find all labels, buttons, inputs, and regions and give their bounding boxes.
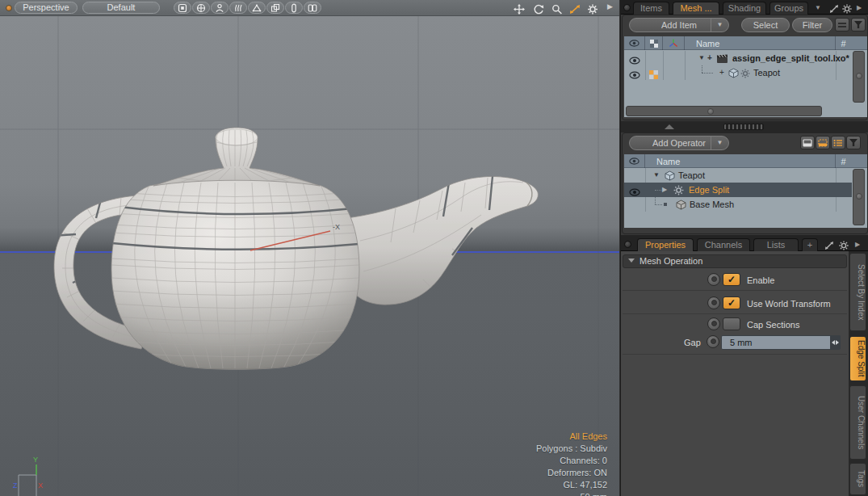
use-world-transform-label: Use World Transform [747, 299, 831, 309]
operator-row-label[interactable]: Base Mesh [690, 197, 734, 212]
tab-lists[interactable]: Lists [753, 238, 799, 251]
x-axis-label: X [38, 481, 43, 490]
render-column-checker-icon[interactable] [645, 36, 663, 50]
draw-style-triangle-icon[interactable] [248, 2, 266, 14]
enable-channel-button[interactable] [707, 273, 720, 286]
zoom-view-icon[interactable] [551, 3, 563, 14]
name-column-header[interactable]: Name [645, 154, 836, 168]
draw-style-globe-icon[interactable] [192, 2, 210, 14]
view-default-button[interactable]: Default [82, 2, 160, 14]
visibility-eye-icon[interactable] [629, 69, 640, 83]
cap-sections-checkbox[interactable] [723, 317, 740, 330]
item-row-scene[interactable]: ▼ + assign_edge_split_tool.lxo* [624, 51, 852, 65]
side-tab-user-channels[interactable]: User Channels [849, 385, 866, 460]
draw-style-waves-icon[interactable] [229, 2, 247, 14]
draw-style-capsule-icon[interactable] [285, 2, 303, 14]
collapse-triangle-icon[interactable]: ▼ [698, 51, 705, 65]
num-column-header[interactable]: # [836, 36, 851, 50]
divider-collapse-triangle-icon[interactable] [665, 124, 674, 129]
expand-triangle-icon[interactable]: ▶ [662, 183, 667, 197]
operator-row-label[interactable]: Teapot [678, 168, 705, 183]
side-tab-edge-split[interactable]: Edge Split [849, 336, 866, 381]
add-operator-dropdown-icon[interactable]: ▼ [711, 137, 728, 149]
tab-overflow-arrow-icon[interactable]: ▼ [815, 4, 825, 14]
properties-tabbar: Properties Channels Lists + ▶ [621, 237, 868, 251]
draw-style-overlap-squares-icon[interactable] [266, 2, 284, 14]
item-row-label[interactable]: assign_edge_split_tool.lxo* [732, 51, 849, 65]
operator-row-teapot[interactable]: ▼ Teapot [624, 168, 852, 183]
operator-row-label[interactable]: Edge Split [689, 183, 729, 197]
side-tab-select-by-index[interactable]: Select By Index [849, 253, 866, 331]
tab-properties[interactable]: Properties [637, 238, 694, 251]
operator-list-vscrollbar[interactable] [853, 169, 865, 225]
use-world-transform-checkbox[interactable]: ✓ [723, 296, 740, 309]
name-column-header[interactable]: Name [685, 36, 836, 50]
orbit-view-icon[interactable] [533, 3, 544, 14]
fit-view-icon[interactable] [569, 3, 581, 14]
operator-row-base-mesh[interactable]: Base Mesh [624, 197, 852, 212]
operator-filter-funnel-icon[interactable] [846, 136, 861, 149]
add-operator-button[interactable]: Add Operator ▼ [629, 136, 729, 150]
draw-style-person-icon[interactable] [211, 2, 229, 14]
draw-style-book-icon[interactable] [304, 2, 321, 14]
teapot-mesh[interactable]: -X [52, 128, 538, 369]
render-checker-icon[interactable] [649, 69, 658, 83]
perspective-button[interactable]: Perspective [15, 2, 78, 14]
filter-button[interactable]: Filter [792, 18, 832, 32]
panel-menu-button[interactable] [623, 4, 631, 11]
uwt-chann el-button[interactable] [707, 296, 720, 309]
tab-groups[interactable]: Groups [769, 2, 808, 15]
item-row-teapot[interactable]: + Teapot [624, 65, 852, 80]
visibility-column-eye-icon[interactable] [624, 154, 645, 168]
filter-funnel-icon[interactable] [851, 18, 866, 32]
view-ghost-icon[interactable] [816, 136, 830, 149]
viewport-state-dot[interactable] [6, 5, 12, 11]
pan-view-icon[interactable] [514, 3, 525, 14]
tab-items[interactable]: Items [633, 2, 669, 15]
panel-more-arrow-icon[interactable]: ▶ [857, 4, 867, 14]
axis-column-icon[interactable] [663, 36, 685, 50]
expand-plus-icon[interactable]: + [719, 65, 724, 80]
tab-shading[interactable]: Shading [723, 2, 766, 15]
mesh-operation-section-header[interactable]: Mesh Operation [623, 254, 847, 268]
expand-plus-icon[interactable]: + [707, 51, 712, 65]
item-list-vscrollbar[interactable] [853, 51, 865, 103]
tab-mesh[interactable]: Mesh ... [673, 2, 719, 15]
collapse-triangle-icon[interactable]: ▼ [653, 168, 660, 183]
gap-input[interactable] [721, 335, 841, 350]
properties-menu-button[interactable] [624, 241, 631, 248]
num-column-header[interactable]: # [836, 154, 851, 168]
draw-style-square-icon[interactable] [174, 2, 191, 14]
panel-gear-icon[interactable] [842, 2, 853, 12]
viewport-more-arrow-icon[interactable]: ▶ [607, 2, 619, 13]
cap-sections-channel-button[interactable] [707, 317, 720, 330]
properties-gear-icon[interactable] [839, 239, 849, 249]
item-list-header: Name # [624, 36, 867, 50]
add-item-button[interactable]: Add Item ▼ [629, 18, 729, 32]
visibility-column-eye-icon[interactable] [624, 36, 645, 50]
operator-row-edge-split[interactable]: ▶ Edge Split [624, 183, 852, 197]
side-tab-tags[interactable]: Tags [849, 463, 866, 495]
item-row-label[interactable]: Teapot [753, 65, 780, 80]
leaf-square-icon [664, 203, 667, 206]
spinner-left-icon[interactable] [832, 340, 835, 345]
viewport-3d[interactable]: -X Y X Z All Edges Polygons : Subdiv Cha… [0, 16, 619, 496]
select-button[interactable]: Select [741, 18, 790, 32]
properties-expand-icon[interactable] [824, 239, 835, 249]
list-options-icon[interactable] [835, 18, 849, 32]
tab-channels[interactable]: Channels [697, 238, 750, 251]
tab-add[interactable]: + [802, 238, 818, 251]
panel-expand-icon[interactable] [829, 2, 840, 12]
properties-more-arrow-icon[interactable]: ▶ [855, 241, 866, 250]
add-item-dropdown-icon[interactable]: ▼ [711, 19, 728, 32]
view-solo-icon[interactable] [800, 136, 815, 149]
spinner-right-icon[interactable] [836, 340, 839, 345]
divider-thumbwheel[interactable] [723, 124, 764, 130]
gap-spinner[interactable] [830, 335, 841, 350]
gap-channel-button[interactable] [707, 335, 719, 348]
enable-checkbox[interactable]: ✓ [723, 273, 740, 286]
view-list-icon[interactable] [831, 136, 845, 149]
side-tab-strip: Select By Index Edge Split User Channels… [849, 251, 868, 496]
item-list-hscrollbar[interactable] [626, 106, 822, 116]
viewport-settings-gear-icon[interactable] [587, 3, 598, 14]
